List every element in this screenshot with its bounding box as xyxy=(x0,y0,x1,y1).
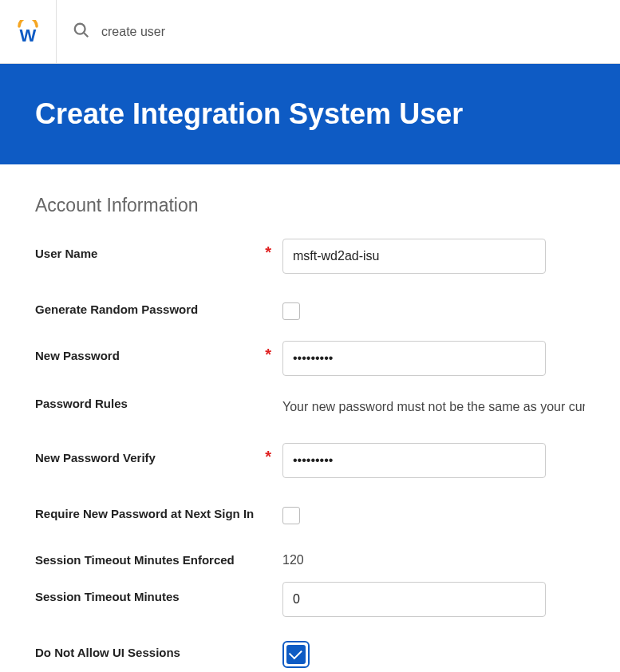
page-title: Create Integration System User xyxy=(35,97,585,131)
session-timeout-label: Session Timeout Minutes xyxy=(35,582,282,603)
require-new-password-label: Require New Password at Next Sign In xyxy=(35,499,282,520)
page-header: Create Integration System User xyxy=(0,64,620,164)
required-asterisk: * xyxy=(265,448,271,466)
new-password-input[interactable] xyxy=(282,341,546,376)
do-not-allow-ui-label: Do Not Allow UI Sessions xyxy=(35,638,282,659)
require-new-password-checkbox[interactable] xyxy=(282,507,300,524)
password-rules-label: Password Rules xyxy=(35,397,282,410)
workday-logo-icon[interactable]: W xyxy=(16,20,40,44)
required-asterisk: * xyxy=(265,346,271,364)
do-not-allow-ui-row: Do Not Allow UI Sessions xyxy=(35,638,585,668)
search-input[interactable] xyxy=(101,25,341,39)
username-input[interactable] xyxy=(282,239,546,274)
session-timeout-input[interactable] xyxy=(282,582,546,617)
search-container xyxy=(73,22,341,42)
session-timeout-enforced-row: Session Timeout Minutes Enforced 120 xyxy=(35,545,585,567)
logo-container: W xyxy=(16,0,57,63)
generate-random-row: Generate Random Password xyxy=(35,294,585,320)
password-rules-row: Password Rules Your new password must no… xyxy=(35,397,585,417)
svg-point-1 xyxy=(75,23,85,34)
section-title: Account Information xyxy=(35,195,585,216)
generate-random-label: Generate Random Password xyxy=(35,294,282,316)
require-new-password-row: Require New Password at Next Sign In xyxy=(35,499,585,524)
new-password-verify-input[interactable] xyxy=(282,443,546,478)
svg-line-2 xyxy=(84,32,89,37)
topbar: W xyxy=(0,0,620,64)
username-label: User Name * xyxy=(35,239,282,260)
checkmark-icon xyxy=(289,646,302,659)
new-password-row: New Password * xyxy=(35,341,585,376)
required-asterisk: * xyxy=(265,243,271,262)
svg-text:W: W xyxy=(20,26,37,44)
generate-random-checkbox[interactable] xyxy=(282,302,300,320)
username-row: User Name * xyxy=(35,239,585,274)
session-timeout-enforced-label: Session Timeout Minutes Enforced xyxy=(35,545,282,567)
do-not-allow-ui-checkbox[interactable] xyxy=(282,641,310,668)
new-password-label: New Password * xyxy=(35,341,282,362)
new-password-verify-row: New Password Verify * xyxy=(35,443,585,478)
form-content: Account Information User Name * Generate… xyxy=(0,164,620,672)
password-rules-text: Your new password must not be the same a… xyxy=(282,397,585,417)
new-password-verify-label: New Password Verify * xyxy=(35,443,282,464)
search-icon xyxy=(73,22,90,42)
session-timeout-enforced-value: 120 xyxy=(282,545,585,567)
session-timeout-row: Session Timeout Minutes xyxy=(35,582,585,617)
